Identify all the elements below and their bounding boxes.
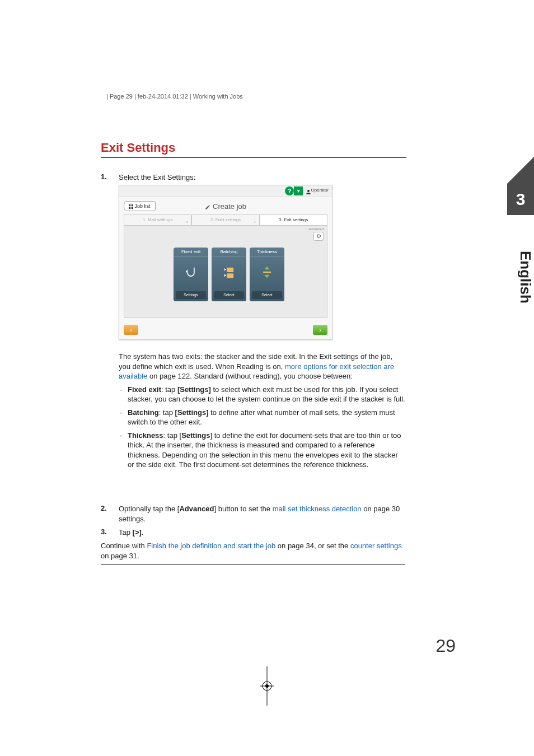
svg-rect-5 bbox=[227, 273, 234, 278]
language-label: English bbox=[507, 241, 534, 314]
card-thickness[interactable]: Thickness Select bbox=[250, 248, 284, 301]
help-icon[interactable]: ? bbox=[285, 186, 294, 195]
step-1-text: Select the Exit Settings: bbox=[119, 172, 195, 183]
fixed-exit-icon bbox=[174, 256, 208, 288]
screen-title: Create job bbox=[119, 202, 332, 211]
chevron-right-icon: › bbox=[184, 217, 190, 223]
chevron-right-icon: › bbox=[252, 217, 258, 223]
ui-screenshot: ? ▾ Operator Job list Create job 1. Mail… bbox=[119, 185, 332, 340]
header-breadcrumb: | Page 29 | feb-24-2014 01:32 | Working … bbox=[106, 93, 243, 100]
help-dropdown-icon[interactable]: ▾ bbox=[294, 186, 303, 195]
title-underline bbox=[101, 157, 406, 158]
step-2-text: Optionally tap the [Advanced] button to … bbox=[119, 504, 405, 524]
card-batching-title: Batching bbox=[212, 248, 246, 256]
batching-icon bbox=[212, 256, 246, 288]
page-number: 29 bbox=[435, 636, 456, 656]
tab-canvas: Advanced ⚙ Fixed exit Settings Batching … bbox=[124, 226, 327, 318]
card-batching-button[interactable]: Select bbox=[214, 291, 244, 299]
link-thickness-detection[interactable]: mail set thickness detection bbox=[273, 505, 362, 513]
advanced-label: Advanced bbox=[308, 227, 324, 231]
step-3-text: Tap [>]. bbox=[119, 528, 405, 538]
closing-paragraph: Continue with Finish the job definition … bbox=[101, 541, 405, 564]
advanced-button[interactable]: ⚙ bbox=[313, 232, 324, 241]
bullet-fixed-exit: Fixed exit: tap [Settings] to select whi… bbox=[128, 385, 405, 404]
section-end-rule bbox=[101, 564, 405, 564]
tab-fold-settings[interactable]: 2. Fold settings› bbox=[191, 214, 259, 226]
bullet-thickness: Thickness: tap [Settings] to define the … bbox=[128, 431, 405, 470]
card-fixed-exit-title: Fixed exit bbox=[174, 248, 208, 256]
prev-button[interactable]: ‹ bbox=[124, 325, 138, 335]
tab-mail-settings[interactable]: 1. Mail settings› bbox=[124, 214, 191, 226]
link-finish-job[interactable]: Finish the job definition and start the … bbox=[147, 542, 275, 550]
tab-exit-settings[interactable]: 3. Exit settings bbox=[260, 214, 327, 226]
intro-paragraph: The system has two exits: the stacker an… bbox=[119, 352, 405, 473]
registration-mark-icon bbox=[259, 666, 275, 708]
bullet-batching: Batching: tap [Settings] to define after… bbox=[128, 408, 405, 427]
svg-rect-6 bbox=[263, 272, 271, 273]
card-thickness-button[interactable]: Select bbox=[252, 291, 282, 299]
step-1-number: 1. bbox=[101, 172, 107, 181]
pencil-icon bbox=[205, 202, 210, 208]
svg-rect-4 bbox=[227, 268, 234, 272]
operator-label[interactable]: Operator bbox=[311, 188, 329, 193]
next-button[interactable]: › bbox=[313, 325, 327, 335]
section-title: Exit Settings bbox=[101, 141, 175, 155]
card-fixed-exit-button[interactable]: Settings bbox=[176, 291, 206, 299]
step-2-number: 2. bbox=[101, 504, 107, 512]
thickness-icon bbox=[250, 256, 284, 288]
wizard-tabs: 1. Mail settings› 2. Fold settings› 3. E… bbox=[124, 214, 327, 226]
link-counter-settings[interactable]: counter settings bbox=[350, 542, 402, 550]
step-3-number: 3. bbox=[101, 528, 107, 536]
window-topbar: ? ▾ Operator bbox=[119, 185, 332, 197]
side-tab-triangle bbox=[507, 157, 534, 184]
chapter-tab: 3 bbox=[507, 184, 534, 215]
card-fixed-exit[interactable]: Fixed exit Settings bbox=[174, 248, 208, 301]
card-batching[interactable]: Batching Select bbox=[212, 248, 246, 301]
card-thickness-title: Thickness bbox=[250, 248, 284, 256]
